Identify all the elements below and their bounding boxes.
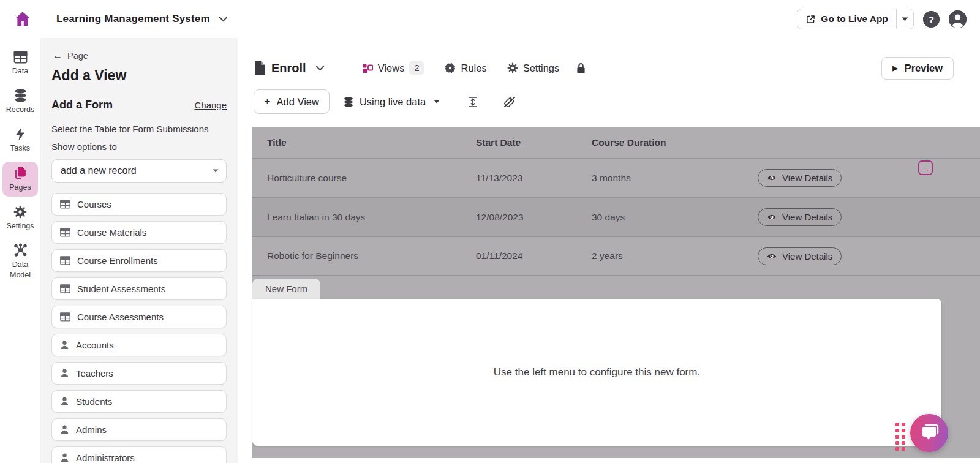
fit-height-icon[interactable] [467,96,478,108]
table-option-course-materials[interactable]: Course Materials [51,221,227,244]
change-link[interactable]: Change [194,100,227,110]
preview-button[interactable]: ▶ Preview [881,57,954,80]
person-icon [60,424,69,434]
cell-start-date: 01/11/2024 [476,250,592,262]
chat-widget-button[interactable] [910,414,948,452]
eye-icon [767,253,777,260]
tab-rules[interactable]: Rules [444,62,486,74]
rail-item-data[interactable]: Data [2,47,38,80]
topbar-actions: Go to Live App ? [797,9,967,29]
styles-off-icon[interactable] [503,96,516,108]
table-option-label: Teachers [76,368,113,378]
table-row: Horticulture course 11/13/2023 3 months … [252,158,980,197]
gear-icon [13,205,27,219]
cell-duration: 2 years [592,250,758,262]
table-icon [60,284,70,293]
go-to-live-app-button[interactable]: Go to Live App [797,13,896,24]
page-chevron-down-icon[interactable] [315,65,325,71]
rail-item-records[interactable]: Records [2,85,38,119]
view-details-label: View Details [782,173,832,183]
rail-label: Settings [6,221,34,232]
caret-down-icon [902,17,908,21]
column-header: Start Date [476,137,592,148]
rail-item-tasks[interactable]: Tasks [2,123,38,157]
tab-settings[interactable]: Settings [507,62,560,74]
widget-drag-handle[interactable] [895,423,905,451]
network-icon [13,243,28,257]
table-option-label: Accounts [76,340,114,350]
database-icon [13,89,28,102]
rail-item-pages[interactable]: Pages [2,162,38,197]
pages-icon [13,166,28,180]
add-view-button[interactable]: + Add View [254,89,330,114]
tab-views[interactable]: Views 2 [363,61,424,75]
caret-down-icon [213,169,219,173]
topbar: Learning Management System Go to Live Ap… [0,0,980,38]
app-switcher[interactable]: Learning Management System [56,13,228,25]
column-header: Course Duration [592,137,758,148]
help-button[interactable]: ? [923,11,940,28]
cell-title: Learn Italian in 30 days [267,212,476,223]
view-details-button[interactable]: View Details [758,208,842,226]
open-view-arrow-button[interactable]: → [918,160,933,175]
database-icon [343,97,354,107]
rail-label: Data [12,66,28,77]
table-option-course-assessments[interactable]: Course Assessments [51,306,227,328]
cell-title: Robotic for Beginners [267,250,476,262]
table-option-label: Admins [76,424,107,435]
page-tabs: Views 2 Rules Settings [363,61,560,75]
table-option-administrators[interactable]: Administrators [51,446,227,463]
table-option-courses[interactable]: Courses [51,193,227,216]
page-header: Enroll Views 2 Rules Se [254,56,954,80]
person-icon [60,396,69,406]
rail-label: Records [6,105,35,115]
table-option-course-enrollments[interactable]: Course Enrollments [51,249,227,272]
home-icon [13,10,32,28]
view-details-button[interactable]: View Details [758,247,842,265]
table-option-admins[interactable]: Admins [51,418,227,441]
play-icon: ▶ [892,64,897,72]
back-to-page-link[interactable]: ← Page [53,50,227,61]
views-count-badge: 2 [409,61,424,75]
person-icon [60,340,69,350]
table-option-students[interactable]: Students [51,390,227,413]
table-row: Learn Italian in 30 days 12/08/2023 30 d… [252,197,980,236]
tab-label: Views [378,62,405,74]
table-header-row: Title Start Date Course Duration [252,127,980,158]
home-button[interactable] [13,10,32,28]
new-form-tab[interactable]: New Form [252,279,320,299]
column-header: Title [267,137,476,148]
table-option-teachers[interactable]: Teachers [51,362,227,385]
live-preview-area: Title Start Date Course Duration Horticu… [252,127,980,458]
view-details-label: View Details [782,251,832,262]
table-list: Courses Course Materials Course Enrollme… [51,193,227,463]
table-option-student-assessments[interactable]: Student Assessments [51,277,227,300]
cell-start-date: 11/13/2023 [476,173,592,184]
table-option-label: Course Assessments [77,312,164,322]
record-option-select[interactable]: add a new record [51,159,227,183]
rail-item-data-model[interactable]: Data Model [3,239,37,284]
table-icon [60,256,70,265]
data-mode-dropdown[interactable]: Using live data [343,96,440,108]
help-icon: ? [923,11,940,28]
table-option-accounts[interactable]: Accounts [51,334,227,356]
table-row: Robotic for Beginners 01/11/2024 2 years… [252,236,980,276]
go-to-live-app-dropdown[interactable] [896,9,913,29]
select-value: add a new record [61,165,137,176]
lock-icon[interactable] [576,62,586,74]
table-icon [60,312,70,322]
new-form-panel: Use the left menu to configure this new … [252,299,941,446]
cell-action: View Details [758,208,856,226]
account-button[interactable] [949,10,967,28]
lightning-icon [15,127,26,141]
tab-label: Rules [461,62,486,74]
tab-label: Settings [523,62,560,74]
panel-title: Add a View [51,67,227,84]
cell-start-date: 12/08/2023 [476,212,592,223]
view-details-label: View Details [782,212,832,222]
rail-item-settings[interactable]: Settings [2,201,38,235]
table-option-label: Courses [77,199,111,209]
rail-label: Tasks [10,143,30,154]
cell-action: View Details [758,169,856,187]
view-details-button[interactable]: View Details [758,169,842,187]
